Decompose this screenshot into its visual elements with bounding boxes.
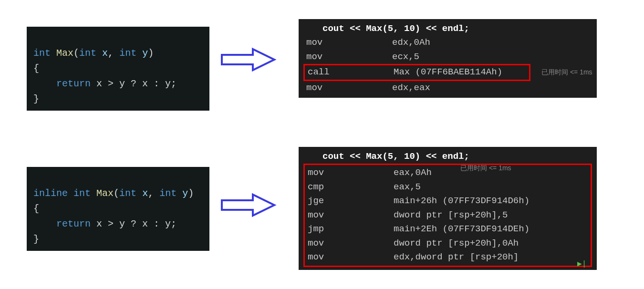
asm-panel-bottom: cout << Max(5, 10) << endl; mov eax,0Ah … [299, 147, 597, 270]
return-expr: x > y ? x : y; [96, 78, 177, 89]
function-name: Max [96, 188, 114, 199]
source-panel-bottom: inline int Max(int x, int y) { return x … [27, 167, 209, 251]
brace-close: } [33, 93, 39, 104]
asm-mnemonic: cmp [305, 180, 394, 194]
keyword-int: int [119, 48, 136, 59]
asm-args: ecx,5 [392, 50, 592, 64]
asm-args: Max (07FF6BAEB114Ah) [394, 65, 529, 79]
asm-row: mov edx,dword ptr [rsp+20h] [305, 250, 591, 264]
keyword-int: int [73, 188, 91, 199]
asm-args: eax,5 [394, 180, 591, 194]
svg-marker-1 [222, 195, 274, 216]
asm-mnemonic: mov [305, 250, 394, 264]
asm-row: cmp eax,5 [305, 180, 591, 194]
keyword-return: return [56, 78, 91, 89]
param-x: x [102, 48, 108, 59]
asm-row: jmp main+2Eh (07FF73DF914DEh) [305, 222, 591, 236]
asm-mnemonic: mov [305, 166, 394, 180]
asm-args: main+2Eh (07FF73DF914DEh) [394, 222, 591, 236]
asm-row: mov edx,0Ah [303, 36, 592, 50]
asm-args: edx,eax [392, 81, 592, 95]
keyword-int: int [159, 188, 177, 199]
brace-open: { [33, 203, 39, 214]
asm-header: cout << Max(5, 10) << endl; [303, 150, 592, 164]
timing-label: 已用时间 <= 1ms [541, 68, 592, 77]
asm-mnemonic: jmp [305, 222, 394, 236]
svg-marker-0 [222, 49, 274, 70]
asm-panel-top: cout << Max(5, 10) << endl; mov edx,0Ah … [299, 19, 597, 98]
asm-row: mov dword ptr [rsp+20h],5 [305, 208, 591, 222]
asm-header: cout << Max(5, 10) << endl; [303, 22, 592, 36]
arrow-icon [219, 45, 277, 74]
function-name: Max [56, 48, 73, 59]
asm-mnemonic: mov [305, 208, 394, 222]
asm-row-highlighted: call Max (07FF6BAEB114Ah) [303, 64, 530, 81]
keyword-inline: inline [33, 188, 68, 199]
asm-mnemonic: mov [303, 50, 392, 64]
keyword-int: int [33, 48, 51, 59]
keyword-return: return [56, 218, 91, 229]
asm-row: mov edx,eax [303, 81, 592, 95]
timing-label: 已用时间 <= 1ms [460, 164, 511, 173]
keyword-int: int [79, 48, 96, 59]
asm-args: edx,0Ah [392, 36, 592, 50]
play-icon: ▶| [577, 259, 586, 268]
asm-row: mov dword ptr [rsp+20h],0Ah [305, 237, 591, 250]
asm-args: dword ptr [rsp+20h],5 [394, 208, 591, 222]
asm-mnemonic: jge [305, 194, 394, 208]
param-y: y [182, 188, 188, 199]
asm-mnemonic: call [305, 65, 394, 79]
arrow-icon [219, 191, 277, 219]
brace-open: { [33, 63, 39, 74]
return-expr: x > y ? x : y; [96, 218, 177, 229]
asm-mnemonic: mov [303, 81, 392, 95]
param-y: y [142, 48, 148, 59]
asm-block-highlighted: mov eax,0Ah cmp eax,5 jge main+26h (07FF… [303, 164, 592, 267]
asm-mnemonic: mov [303, 36, 392, 50]
keyword-int: int [119, 188, 136, 199]
source-panel-top: int Max(int x, int y) { return x > y ? x… [27, 27, 209, 111]
asm-args: dword ptr [rsp+20h],0Ah [394, 237, 591, 250]
asm-row: mov ecx,5 [303, 50, 592, 64]
asm-row: jge main+26h (07FF73DF914D6h) [305, 194, 591, 208]
asm-args: edx,dword ptr [rsp+20h] [394, 250, 591, 264]
asm-mnemonic: mov [305, 237, 394, 250]
param-x: x [142, 188, 148, 199]
asm-args: main+26h (07FF73DF914D6h) [394, 194, 591, 208]
brace-close: } [33, 234, 39, 245]
asm-row: mov eax,0Ah [305, 166, 591, 180]
